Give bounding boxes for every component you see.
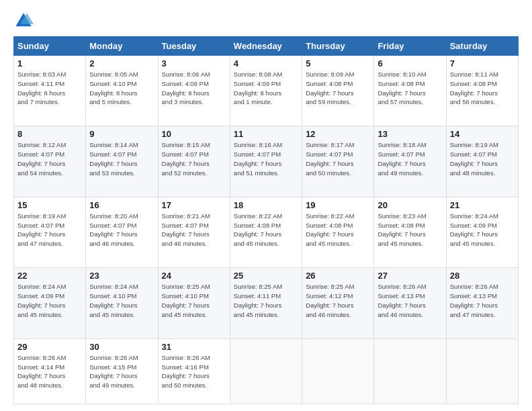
calendar-cell: 28 Sunrise: 8:26 AMSunset: 4:13 PMDaylig… [446,268,518,338]
calendar-cell [374,338,446,404]
day-info: Sunrise: 8:12 AMSunset: 4:07 PMDaylight:… [17,140,82,177]
calendar-cell [302,338,374,404]
day-number: 22 [17,271,82,281]
day-info: Sunrise: 8:21 AMSunset: 4:07 PMDaylight:… [162,212,226,248]
day-number: 6 [378,58,442,68]
day-number: 28 [450,271,515,281]
header [13,11,519,31]
day-number: 25 [234,271,298,281]
day-number: 3 [162,58,226,68]
day-number: 30 [89,342,154,352]
calendar-cell: 30 Sunrise: 8:26 AMSunset: 4:15 PMDaylig… [86,338,158,404]
day-number: 20 [378,200,442,210]
calendar-cell [446,338,518,404]
day-number: 15 [17,200,82,210]
day-info: Sunrise: 8:06 AMSunset: 4:09 PMDaylight:… [162,70,226,107]
day-info: Sunrise: 8:03 AMSunset: 4:11 PMDaylight:… [17,70,82,107]
day-info: Sunrise: 8:19 AMSunset: 4:07 PMDaylight:… [17,212,82,248]
day-info: Sunrise: 8:23 AMSunset: 4:08 PMDaylight:… [378,212,442,248]
calendar-cell: 20 Sunrise: 8:23 AMSunset: 4:08 PMDaylig… [374,197,446,267]
day-info: Sunrise: 8:26 AMSunset: 4:14 PMDaylight:… [17,353,82,390]
day-info: Sunrise: 8:24 AMSunset: 4:10 PMDaylight:… [89,282,154,319]
calendar-cell: 16 Sunrise: 8:20 AMSunset: 4:07 PMDaylig… [86,197,158,267]
day-number: 19 [306,200,370,210]
day-info: Sunrise: 8:22 AMSunset: 4:08 PMDaylight:… [234,212,298,248]
logo [13,11,36,31]
calendar-cell: 31 Sunrise: 8:26 AMSunset: 4:16 PMDaylig… [158,338,230,404]
calendar-header-saturday: Saturday [446,37,518,56]
calendar-cell: 18 Sunrise: 8:22 AMSunset: 4:08 PMDaylig… [230,197,302,267]
day-info: Sunrise: 8:25 AMSunset: 4:10 PMDaylight:… [162,282,226,319]
day-info: Sunrise: 8:20 AMSunset: 4:07 PMDaylight:… [89,212,154,248]
day-info: Sunrise: 8:22 AMSunset: 4:08 PMDaylight:… [306,212,370,248]
day-number: 11 [234,129,298,139]
calendar-cell: 4 Sunrise: 8:08 AMSunset: 4:09 PMDayligh… [230,56,302,126]
day-number: 1 [17,58,82,68]
calendar-week-4: 22 Sunrise: 8:24 AMSunset: 4:09 PMDaylig… [14,268,519,338]
calendar-cell: 3 Sunrise: 8:06 AMSunset: 4:09 PMDayligh… [158,56,230,126]
calendar-cell: 27 Sunrise: 8:26 AMSunset: 4:13 PMDaylig… [374,268,446,338]
day-number: 2 [89,58,154,68]
calendar-cell: 5 Sunrise: 8:09 AMSunset: 4:08 PMDayligh… [302,56,374,126]
day-info: Sunrise: 8:18 AMSunset: 4:07 PMDaylight:… [378,140,442,177]
calendar-cell: 15 Sunrise: 8:19 AMSunset: 4:07 PMDaylig… [14,197,86,267]
calendar-cell: 26 Sunrise: 8:25 AMSunset: 4:12 PMDaylig… [302,268,374,338]
day-info: Sunrise: 8:05 AMSunset: 4:10 PMDaylight:… [89,70,154,107]
day-info: Sunrise: 8:19 AMSunset: 4:07 PMDaylight:… [450,140,515,177]
calendar-cell: 8 Sunrise: 8:12 AMSunset: 4:07 PMDayligh… [14,126,86,197]
day-info: Sunrise: 8:10 AMSunset: 4:08 PMDaylight:… [378,70,442,107]
page: SundayMondayTuesdayWednesdayThursdayFrid… [0,0,532,411]
calendar-cell: 23 Sunrise: 8:24 AMSunset: 4:10 PMDaylig… [86,268,158,338]
day-info: Sunrise: 8:11 AMSunset: 4:08 PMDaylight:… [450,70,515,107]
calendar-cell: 25 Sunrise: 8:25 AMSunset: 4:11 PMDaylig… [230,268,302,338]
day-number: 5 [306,58,370,68]
day-number: 8 [17,129,82,139]
day-number: 21 [450,200,515,210]
day-number: 13 [378,129,442,139]
day-number: 17 [162,200,226,210]
day-number: 12 [306,129,370,139]
calendar-cell: 14 Sunrise: 8:19 AMSunset: 4:07 PMDaylig… [446,126,518,197]
day-number: 18 [234,200,298,210]
day-info: Sunrise: 8:26 AMSunset: 4:13 PMDaylight:… [450,282,515,319]
logo-icon [13,11,34,31]
calendar-cell: 11 Sunrise: 8:16 AMSunset: 4:07 PMDaylig… [230,126,302,197]
day-info: Sunrise: 8:24 AMSunset: 4:09 PMDaylight:… [17,282,82,319]
calendar-cell: 24 Sunrise: 8:25 AMSunset: 4:10 PMDaylig… [158,268,230,338]
day-info: Sunrise: 8:08 AMSunset: 4:09 PMDaylight:… [234,70,298,107]
day-info: Sunrise: 8:25 AMSunset: 4:11 PMDaylight:… [234,282,298,319]
day-number: 24 [162,271,226,281]
day-info: Sunrise: 8:09 AMSunset: 4:08 PMDaylight:… [306,70,370,107]
calendar-header-monday: Monday [86,37,158,56]
day-info: Sunrise: 8:25 AMSunset: 4:12 PMDaylight:… [306,282,370,319]
day-number: 16 [89,200,154,210]
day-number: 26 [306,271,370,281]
calendar-cell: 21 Sunrise: 8:24 AMSunset: 4:09 PMDaylig… [446,197,518,267]
day-number: 9 [89,129,154,139]
calendar-cell: 13 Sunrise: 8:18 AMSunset: 4:07 PMDaylig… [374,126,446,197]
calendar-header-thursday: Thursday [302,37,374,56]
day-number: 29 [17,342,82,352]
day-info: Sunrise: 8:17 AMSunset: 4:07 PMDaylight:… [306,140,370,177]
calendar-cell: 10 Sunrise: 8:15 AMSunset: 4:07 PMDaylig… [158,126,230,197]
calendar-week-1: 1 Sunrise: 8:03 AMSunset: 4:11 PMDayligh… [14,56,519,126]
calendar-header-sunday: Sunday [14,37,86,56]
calendar-header-row: SundayMondayTuesdayWednesdayThursdayFrid… [14,37,519,56]
calendar-table: SundayMondayTuesdayWednesdayThursdayFrid… [13,36,519,404]
calendar-cell: 1 Sunrise: 8:03 AMSunset: 4:11 PMDayligh… [14,56,86,126]
calendar-cell: 6 Sunrise: 8:10 AMSunset: 4:08 PMDayligh… [374,56,446,126]
calendar-cell: 22 Sunrise: 8:24 AMSunset: 4:09 PMDaylig… [14,268,86,338]
day-info: Sunrise: 8:26 AMSunset: 4:16 PMDaylight:… [162,353,226,390]
day-info: Sunrise: 8:15 AMSunset: 4:07 PMDaylight:… [162,140,226,177]
day-info: Sunrise: 8:14 AMSunset: 4:07 PMDaylight:… [89,140,154,177]
calendar-cell: 17 Sunrise: 8:21 AMSunset: 4:07 PMDaylig… [158,197,230,267]
day-number: 10 [162,129,226,139]
day-info: Sunrise: 8:24 AMSunset: 4:09 PMDaylight:… [450,212,515,248]
day-number: 14 [450,129,515,139]
day-info: Sunrise: 8:26 AMSunset: 4:13 PMDaylight:… [378,282,442,319]
calendar-header-friday: Friday [374,37,446,56]
calendar-week-2: 8 Sunrise: 8:12 AMSunset: 4:07 PMDayligh… [14,126,519,197]
day-number: 23 [89,271,154,281]
calendar-cell: 7 Sunrise: 8:11 AMSunset: 4:08 PMDayligh… [446,56,518,126]
calendar-week-5: 29 Sunrise: 8:26 AMSunset: 4:14 PMDaylig… [14,338,519,404]
